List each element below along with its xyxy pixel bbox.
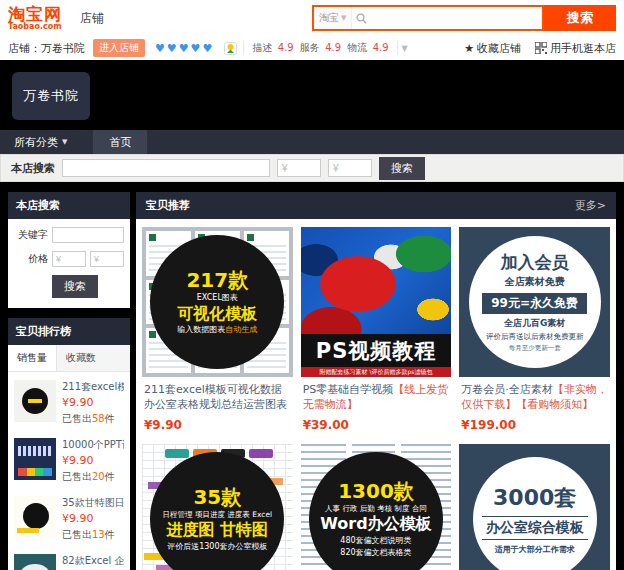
- enter-shop-button[interactable]: 进入店铺: [93, 39, 145, 57]
- content-area: 本店搜索 关键字 价格 搜索 宝贝排行榜 销售量 收藏数: [0, 184, 624, 570]
- product-title[interactable]: 万卷会员·全店素材【非实物，仅供下载】【看购物须知】: [461, 383, 608, 413]
- sidebar-max-price-input[interactable]: [90, 251, 124, 267]
- sidebar-search-box: 本店搜索 关键字 价格 搜索: [8, 192, 130, 308]
- product-image[interactable]: 35款 日程管理 项目进度 进度表 Excel 进度图 甘特图 评价后送1300…: [142, 444, 293, 570]
- search-scope-dropdown[interactable]: 淘宝 ▼: [314, 7, 352, 29]
- store-search-button[interactable]: 搜索: [379, 157, 425, 180]
- star-icon: ★: [464, 42, 474, 55]
- store-search-label: 本店搜索: [11, 161, 55, 176]
- overlay-badge: 35款 日程管理 项目进度 进度表 Excel 进度图 甘特图 评价后送1300…: [150, 452, 284, 570]
- store-search-keyword-input[interactable]: [62, 159, 270, 177]
- rank-item[interactable]: 35款甘特图日程表 ¥9.90 已售出13件: [14, 496, 124, 542]
- rank-item-sold: 已售出13件: [62, 528, 124, 542]
- product-price: ¥199.00: [461, 418, 608, 432]
- product-image[interactable]: 3000套 办公室综合模板 适用于大部分工作需求: [459, 444, 610, 570]
- rank-item-thumbnail: [14, 438, 56, 480]
- search-scope-label: 淘宝: [319, 11, 339, 25]
- product-image[interactable]: 1300款 人事 行政 后勤 考核 制度 合同 Word办公模板 480套偏文档…: [301, 444, 452, 570]
- consumer-protection-icon: [224, 42, 237, 55]
- rank-item[interactable]: 211套excel模板可 ¥9.90 已售出58件: [14, 380, 124, 426]
- site-search-input[interactable]: [371, 7, 542, 29]
- shop-ratings: 描述 4.9 服务 4.9 物流 4.9: [243, 41, 397, 55]
- ranking-list: 211套excel模板可 ¥9.90 已售出58件 10000个PPT设计 ¥9…: [8, 372, 130, 570]
- site-search-button[interactable]: 搜索: [544, 5, 616, 31]
- qr-code-icon: [535, 42, 547, 54]
- favorite-shop-label: 收藏店铺: [477, 41, 521, 56]
- decor-chip: [249, 449, 273, 458]
- keyword-label: 关键字: [14, 228, 48, 242]
- recommendations-header: 宝贝推荐 更多>: [136, 192, 616, 219]
- product-card-ps-course[interactable]: PS视频教程 附赠配套练习素材 \评价后赠多款ps滤镜包 PS零基础自学视频【线…: [301, 227, 452, 434]
- tab-sales[interactable]: 销售量: [8, 345, 57, 371]
- product-card-membership[interactable]: 加入会员 全店素材免费 99元=永久免费 全店几百G素材 评价后再送以后素材免费…: [459, 227, 610, 434]
- ranking-title: 宝贝排行榜: [8, 318, 130, 345]
- product-title[interactable]: 211套excel模板可视化数据办公室表格规划总结运营图表: [144, 383, 291, 413]
- ratings-expand-icon[interactable]: ▼: [402, 44, 408, 53]
- sidebar-min-price-input[interactable]: [52, 251, 86, 267]
- shop-logo-box[interactable]: 万卷书院: [12, 72, 90, 120]
- product-card-office-bundle[interactable]: 3000套 办公室综合模板 适用于大部分工作需求: [459, 444, 610, 570]
- tab-favorites[interactable]: 收藏数: [57, 345, 105, 371]
- home-tab[interactable]: 首页: [93, 130, 147, 154]
- rank-item-thumbnail: [14, 496, 56, 538]
- rank-item-thumbnail: [14, 554, 56, 570]
- product-price: ¥39.00: [303, 418, 450, 432]
- product-card-excel-charts[interactable]: 217款 EXCEL图表 可视化模板 输入数据图表自动生成 211套excel模…: [142, 227, 293, 434]
- shop-rating-hearts-icon: ♥♥♥♥♥: [155, 42, 214, 55]
- rank-item-price: ¥9.90: [62, 454, 124, 467]
- membership-circle: 加入会员 全店素材免费 99元=永久免费 全店几百G素材 评价后再送以后素材免费…: [469, 236, 601, 368]
- store-search-max-price-input[interactable]: [328, 159, 372, 177]
- ranking-tabs: 销售量 收藏数: [8, 345, 130, 372]
- chevron-down-icon: ▼: [62, 138, 67, 146]
- recommendations-title: 宝贝推荐: [146, 198, 190, 213]
- top-bar: 淘宝网 Taobao.com 店铺 淘宝 ▼ 搜索: [0, 0, 624, 36]
- product-title[interactable]: PS零基础自学视频【线上发货无需物流】: [303, 383, 450, 413]
- rating-service: 服务 4.9: [300, 41, 341, 55]
- ps-course-banner: PS视频教程: [301, 334, 452, 367]
- more-link[interactable]: 更多>: [575, 198, 606, 213]
- rank-item-title: 211套excel模板可: [62, 380, 124, 393]
- product-image[interactable]: PS视频教程 附赠配套练习素材 \评价后赠多款ps滤镜包: [301, 227, 452, 377]
- product-image[interactable]: 加入会员 全店素材免费 99元=永久免费 全店几百G素材 评价后再送以后素材免费…: [459, 227, 610, 377]
- taobao-logo-cn: 淘宝网: [8, 6, 62, 23]
- rank-item-sold: 已售出20件: [62, 470, 124, 484]
- sidebar-keyword-input[interactable]: [52, 227, 124, 243]
- rating-desc: 描述 4.9: [252, 41, 293, 55]
- shop-name-label: 店铺：万卷书院: [8, 41, 85, 56]
- taobao-logo[interactable]: 淘宝网 Taobao.com: [8, 6, 62, 31]
- mobile-shop-link[interactable]: 用手机逛本店: [535, 41, 616, 56]
- product-card-word[interactable]: 1300款 人事 行政 后勤 考核 制度 合同 Word办公模板 480套偏文档…: [301, 444, 452, 570]
- product-price: ¥9.90: [144, 418, 291, 432]
- overlay-badge: 1300款 人事 行政 后勤 考核 制度 合同 Word办公模板 480套偏文档…: [309, 452, 443, 570]
- rank-item-price: ¥9.90: [62, 512, 124, 525]
- store-search-row: 本店搜索 搜索: [0, 154, 624, 182]
- rank-item[interactable]: 10000个PPT设计 ¥9.90 已售出20件: [14, 438, 124, 484]
- shop-banner: 万卷书院: [0, 60, 624, 130]
- all-categories-menu[interactable]: 所有分类 ▼: [14, 135, 67, 150]
- all-categories-label: 所有分类: [14, 135, 58, 150]
- rank-item-thumbnail: [14, 380, 56, 422]
- decor-chip: [165, 449, 189, 458]
- search-icon: [356, 13, 367, 24]
- rank-item-title: 35款甘特图日程表: [62, 496, 124, 509]
- product-card-gantt[interactable]: 35款 日程管理 项目进度 进度表 Excel 进度图 甘特图 评价后送1300…: [142, 444, 293, 570]
- shop-word-label: 店铺: [80, 10, 104, 27]
- sidebar: 本店搜索 关键字 价格 搜索 宝贝排行榜 销售量 收藏数: [8, 192, 130, 570]
- shopbar-right: ★ 收藏店铺 用手机逛本店: [464, 41, 616, 56]
- chevron-down-icon: ▼: [341, 14, 346, 22]
- store-search-min-price-input[interactable]: [277, 159, 321, 177]
- rank-item-sold: 已售出58件: [62, 412, 124, 426]
- sidebar-search-button[interactable]: 搜索: [52, 275, 98, 298]
- main-panel: 宝贝推荐 更多> 217款 EXCEL图表 可视化模板 输入数据图表自动生成: [136, 192, 616, 570]
- rank-item-title: 82款Excel 企业公: [62, 554, 124, 567]
- favorite-shop-link[interactable]: ★ 收藏店铺: [464, 41, 521, 56]
- sidebar-search-title: 本店搜索: [8, 192, 130, 219]
- shop-nav-bar: 所有分类 ▼ 首页: [0, 130, 624, 154]
- bundle-circle: 3000套 办公室综合模板 适用于大部分工作需求: [473, 457, 597, 570]
- product-grid: 217款 EXCEL图表 可视化模板 输入数据图表自动生成 211套excel模…: [136, 219, 616, 570]
- ps-course-subtitle: 附赠配套练习素材 \评价后赠多款ps滤镜包: [301, 367, 452, 377]
- product-image[interactable]: 217款 EXCEL图表 可视化模板 输入数据图表自动生成: [142, 227, 293, 377]
- mobile-shop-label: 用手机逛本店: [550, 41, 616, 56]
- ranking-box: 宝贝排行榜 销售量 收藏数 211套excel模板可 ¥9.90 已售出58件: [8, 318, 130, 570]
- rank-item[interactable]: 82款Excel 企业公 ¥19.90 已售出7件: [14, 554, 124, 570]
